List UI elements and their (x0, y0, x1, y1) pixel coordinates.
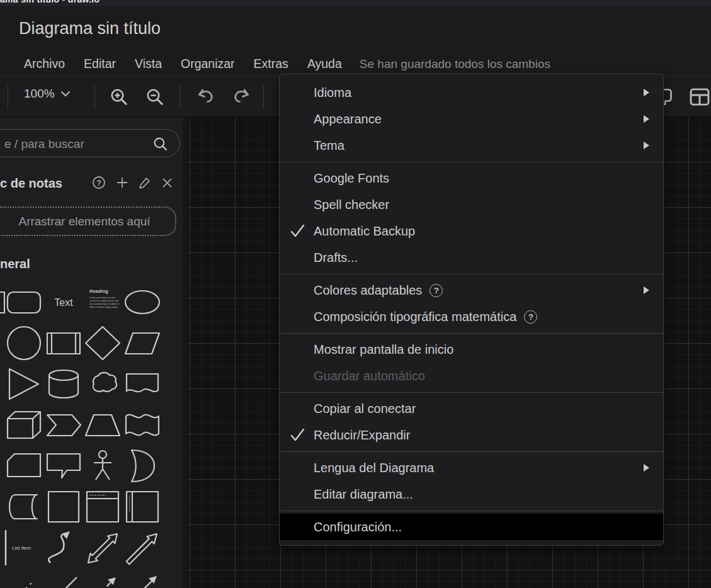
menu-item-label: Editar diagrama... (314, 487, 413, 502)
scratchpad-header: c de notas ? (0, 176, 183, 191)
shape-vertical-container[interactable] (123, 488, 162, 526)
menu-item-google-fonts[interactable]: Google Fonts (280, 165, 663, 191)
menu-item-label: Lengua del Diagrama (314, 461, 434, 475)
menu-item-label: Tema (314, 139, 344, 153)
menubar-item-editar[interactable]: Editar (84, 57, 116, 71)
menubar-item-vista[interactable]: Vista (135, 57, 162, 71)
menu-item-colores-adaptables[interactable]: Colores adaptables? (280, 277, 663, 303)
shape-callout[interactable] (44, 447, 83, 485)
menu-item-label: Drafts... (314, 251, 358, 265)
edit-pencil-icon[interactable] (138, 176, 152, 189)
shape-parallelogram[interactable] (123, 324, 162, 362)
search-input[interactable] (3, 130, 138, 157)
menubar: ArchivoEditarVistaOrganizarExtrasAyudaSe… (24, 57, 550, 71)
zoom-select[interactable]: 100% (24, 87, 70, 101)
redo-icon (232, 88, 251, 106)
menu-item-drafts[interactable]: Drafts... (280, 244, 663, 271)
shape-dotted-line[interactable] (4, 570, 43, 588)
shape-dashed-arrow[interactable] (83, 570, 122, 588)
shape-textbox[interactable]: HeadingLorem ipsum dolor sit amet,consec… (83, 283, 122, 321)
close-icon[interactable] (161, 176, 174, 189)
browser-tab-title: ama sin título - draw.io (0, 0, 100, 4)
shape-line[interactable] (44, 570, 83, 588)
shape-tape[interactable] (123, 406, 162, 444)
shape-actor[interactable] (83, 447, 122, 485)
menu-item-lengua-del-diagrama[interactable]: Lengua del Diagrama (280, 455, 663, 481)
shape-curve[interactable] (44, 529, 83, 567)
undo-icon (196, 88, 215, 106)
svg-text:Heading: Heading (89, 288, 108, 294)
shape-arrow[interactable] (123, 529, 162, 567)
shape-data-storage[interactable] (4, 488, 43, 526)
search-icon[interactable] (152, 136, 168, 152)
svg-text:?: ? (96, 179, 101, 188)
svg-text:Lorem ipsum dolor sit amet,: Lorem ipsum dolor sit amet, (89, 297, 116, 299)
menu-item-editar-diagrama[interactable]: Editar diagrama... (280, 481, 663, 507)
add-icon[interactable] (115, 176, 129, 189)
shape-or[interactable] (123, 447, 162, 485)
menu-item-appearance[interactable]: Appearance (280, 106, 663, 132)
menubar-item-archivo[interactable]: Archivo (24, 57, 65, 71)
scratchpad-dropzone[interactable]: Arrastrar elementos aquí (0, 206, 176, 236)
help-icon[interactable]: ? (91, 175, 106, 190)
submenu-arrow-icon (644, 115, 649, 123)
menu-item-composici-n-tipogr-fica-matem-tica[interactable]: Composición tipográfica matemática? (280, 303, 663, 330)
shape-trapezoid[interactable] (83, 406, 122, 444)
shape-thin-arrow[interactable] (123, 570, 162, 588)
app-header: Diagrama sin título ArchivoEditarVistaOr… (0, 6, 711, 76)
menubar-item-extras[interactable]: Extras (254, 57, 288, 71)
toolbar-separator (179, 85, 180, 109)
shape-text[interactable]: Text (44, 283, 83, 321)
submenu-arrow-icon (644, 89, 649, 96)
shape-cube[interactable] (4, 406, 43, 444)
save-status: Se han guardado todos los cambios (360, 57, 550, 71)
shape-ellipse[interactable] (123, 283, 162, 321)
undo-button[interactable] (195, 86, 217, 108)
menu-item-reducir-expandir[interactable]: Reducir/Expandir (280, 422, 663, 448)
shape-diamond[interactable] (83, 324, 122, 362)
menu-item-label: Reducir/Expandir (314, 428, 410, 443)
menu-item-tema[interactable]: Tema (280, 132, 663, 159)
shape-square[interactable] (44, 488, 83, 526)
shape-triangle[interactable] (4, 365, 43, 403)
svg-text:List Item: List Item (12, 545, 31, 551)
shape-cloud[interactable] (83, 365, 122, 403)
menu-separator (280, 507, 663, 514)
shape-list-item[interactable]: List Item (4, 529, 43, 567)
menu-item-label: Colores adaptables (314, 283, 422, 298)
document-title[interactable]: Diagrama sin título (19, 19, 161, 38)
menu-item-spell-checker[interactable]: Spell checker (280, 191, 663, 218)
menu-item-label: Guardar automático (314, 369, 425, 383)
zoom-out-button[interactable] (144, 86, 166, 108)
chevron-down-icon (61, 91, 70, 97)
menubar-item-organizar[interactable]: Organizar (181, 57, 235, 71)
menu-item-label: Google Fonts (314, 171, 389, 186)
menu-item-label: Idioma (314, 86, 351, 100)
shape-step[interactable] (44, 406, 83, 444)
menu-item-configuraci-n[interactable]: Configuración... (280, 514, 663, 540)
redo-button[interactable] (230, 86, 252, 108)
svg-text:do eiusmod tempor incididunt u: do eiusmod tempor incididunt ut (89, 303, 120, 305)
menubar-item-ayuda[interactable]: Ayuda (307, 57, 342, 71)
zoom-in-button[interactable] (108, 86, 130, 108)
menu-item-label: Spell checker (314, 198, 389, 212)
shape-bidirectional-arrow[interactable] (83, 529, 122, 567)
table-button[interactable] (689, 86, 710, 108)
shape-circle[interactable] (4, 324, 43, 362)
menu-item-label: Automatic Backup (314, 224, 415, 239)
menu-item-mostrar-pantalla-de-inicio[interactable]: Mostrar pantalla de inicio (280, 336, 663, 363)
menu-item-automatic-backup[interactable]: Automatic Backup (280, 218, 663, 244)
toolbar-separator (94, 85, 95, 109)
shape-internal-storage[interactable] (83, 488, 122, 526)
shape-rounded-rectangle[interactable] (4, 283, 43, 321)
shape-card[interactable] (4, 447, 43, 485)
shape-process[interactable] (44, 324, 83, 362)
shape-document[interactable] (123, 365, 162, 403)
menu-item-idioma[interactable]: Idioma (280, 79, 663, 106)
zoom-in-icon (110, 88, 128, 106)
shape-cylinder[interactable] (44, 365, 83, 403)
svg-text:labore et dolore magna aliqua.: labore et dolore magna aliqua. (89, 306, 118, 308)
menu-item-copiar-al-conectar[interactable]: Copiar al conectar (280, 395, 663, 422)
toolbar-separator (263, 85, 264, 109)
menu-separator (280, 448, 663, 455)
